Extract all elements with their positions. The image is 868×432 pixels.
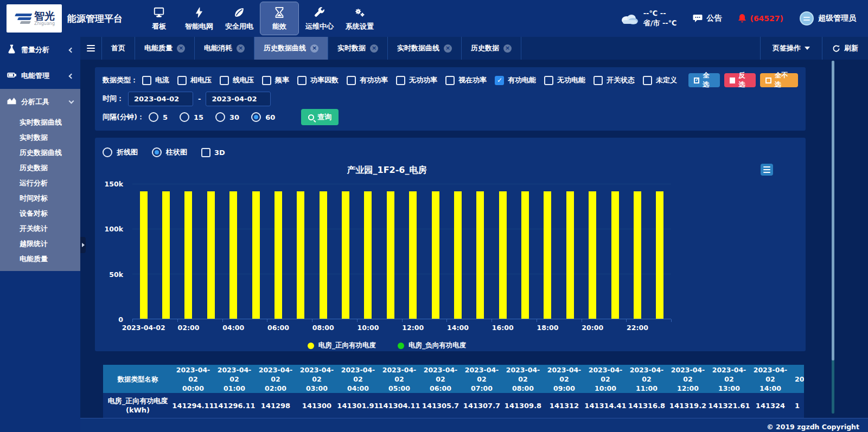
- invert-selection-button[interactable]: 反选: [724, 73, 756, 87]
- chart-toolbox-menu-icon[interactable]: [761, 164, 773, 176]
- sidebar-submenu-item[interactable]: 开关统计: [0, 221, 80, 236]
- bar-slot[interactable]: [132, 184, 155, 319]
- sidebar-submenu-item[interactable]: 历史数据: [0, 160, 80, 176]
- date-to-input[interactable]: [206, 92, 271, 106]
- tab[interactable]: 首页 ×: [102, 37, 135, 60]
- tab-close-icon[interactable]: ×: [370, 44, 378, 53]
- datatype-checkbox[interactable]: 开关状态: [593, 75, 635, 85]
- nav-item[interactable]: 智能电网: [180, 2, 219, 35]
- datatype-checkbox[interactable]: 相电压: [177, 75, 212, 85]
- tab[interactable]: 实时数据 ×: [328, 37, 388, 60]
- bar-slot[interactable]: [357, 184, 379, 319]
- logo: 智光 Zhiguang: [7, 4, 62, 33]
- datatype-checkbox[interactable]: 线电压: [220, 75, 254, 85]
- y-tick-label: 150k: [105, 180, 123, 188]
- query-button[interactable]: 查询: [301, 109, 339, 125]
- nav-item[interactable]: 系统设置: [340, 2, 379, 35]
- bar-slot[interactable]: [222, 184, 245, 319]
- bar-slot[interactable]: [402, 184, 424, 319]
- nav-item[interactable]: 能效: [260, 2, 299, 35]
- legend-item-positive[interactable]: 电房_正向有功电度: [308, 341, 376, 350]
- bar-slot[interactable]: [514, 184, 536, 319]
- bar-slot[interactable]: [492, 184, 514, 319]
- sidebar-submenu-item[interactable]: 越限统计: [0, 236, 80, 252]
- bar-slot[interactable]: [604, 184, 626, 319]
- tab[interactable]: 电能质量 ×: [135, 37, 195, 60]
- checkbox-label: 线电压: [233, 75, 254, 85]
- tab-close-icon[interactable]: ×: [444, 44, 452, 53]
- nav-item[interactable]: 看板: [139, 2, 178, 35]
- 3d-checkbox[interactable]: 3D: [201, 148, 225, 157]
- bar-slot[interactable]: [245, 184, 267, 319]
- announcement-button[interactable]: 公告: [693, 14, 722, 23]
- sidebar-submenu-item[interactable]: 实时数据曲线: [0, 115, 80, 130]
- select-none-button[interactable]: 全不选: [760, 73, 798, 87]
- nav-item[interactable]: 运维中心: [300, 2, 339, 35]
- interval-radio[interactable]: 5: [149, 112, 168, 122]
- bar-slot[interactable]: [177, 184, 200, 319]
- tab[interactable]: 实时数据曲线 ×: [388, 37, 462, 60]
- time-row: 时间： -: [103, 91, 798, 107]
- bar-slot[interactable]: [267, 184, 289, 319]
- sidebar-submenu-item[interactable]: 时间对标: [0, 191, 80, 206]
- bar-slot[interactable]: [537, 184, 559, 319]
- sidebar-submenu-item[interactable]: 历史数据曲线: [0, 145, 80, 160]
- tab-close-icon[interactable]: ×: [237, 44, 245, 53]
- bar-slot[interactable]: [334, 184, 356, 319]
- sidebar-collapse-handle[interactable]: [80, 237, 86, 253]
- bar-slot[interactable]: [469, 184, 492, 319]
- bar-slot[interactable]: [626, 184, 648, 319]
- scrollbar-thumb[interactable]: [832, 61, 834, 360]
- alerts-button[interactable]: (64527): [738, 14, 783, 23]
- bar-slot[interactable]: [312, 184, 334, 319]
- bar-slot[interactable]: [582, 184, 604, 319]
- bar-slot[interactable]: [290, 184, 312, 319]
- bar-slot[interactable]: [559, 184, 581, 319]
- line-chart-radio[interactable]: 折线图: [103, 147, 138, 157]
- user-menu[interactable]: 超级管理员: [800, 11, 856, 25]
- datatype-checkbox[interactable]: 电流: [142, 75, 169, 85]
- refresh-button[interactable]: 刷新: [822, 37, 868, 60]
- legend-item-negative[interactable]: 电房_负向有功电度: [398, 341, 466, 350]
- datatype-checkbox[interactable]: 未定义: [643, 75, 677, 85]
- sidebar-submenu-item[interactable]: 设备对标: [0, 206, 80, 221]
- tab[interactable]: 电能消耗 ×: [195, 37, 254, 60]
- nav-item[interactable]: 安全用电: [220, 2, 259, 35]
- bar-slot[interactable]: [446, 184, 469, 319]
- hamburger-menu-icon[interactable]: [80, 37, 102, 60]
- bar-slot[interactable]: [649, 184, 671, 319]
- sidebar-group-analysis-header[interactable]: 分析工具: [0, 89, 80, 115]
- vertical-scrollbar[interactable]: [832, 61, 834, 414]
- datatype-checkbox[interactable]: 视在功率: [445, 75, 487, 85]
- tab-close-icon[interactable]: ×: [503, 44, 512, 53]
- datatype-checkbox[interactable]: 无功功率: [396, 75, 437, 85]
- datatype-checkbox[interactable]: 有功功率: [347, 75, 388, 85]
- tab[interactable]: 历史数据曲线 ×: [254, 37, 328, 60]
- bar-slot[interactable]: [424, 184, 446, 319]
- tab[interactable]: 历史数据 ×: [462, 37, 521, 60]
- tab-operations-button[interactable]: 页签操作: [760, 37, 822, 60]
- datatype-checkbox[interactable]: 功率因数: [297, 75, 339, 85]
- interval-radio[interactable]: 30: [215, 112, 239, 122]
- sidebar-group-energy[interactable]: 电能管理: [0, 63, 80, 89]
- sidebar-submenu-item[interactable]: 电能质量: [0, 252, 80, 267]
- date-from-input[interactable]: [128, 92, 193, 106]
- interval-radio[interactable]: 15: [180, 112, 203, 122]
- interval-radio[interactable]: 60: [251, 112, 275, 122]
- datatype-checkbox[interactable]: 无功电能: [544, 75, 585, 85]
- datatype-checkbox[interactable]: 有功电能: [495, 75, 536, 85]
- sidebar-group-demand[interactable]: 需量分析: [0, 37, 80, 63]
- sidebar-submenu-item[interactable]: 运行分析: [0, 176, 80, 191]
- select-all-button[interactable]: 全选: [688, 73, 720, 87]
- bar-chart-radio[interactable]: 柱状图: [152, 147, 187, 157]
- bar-slot[interactable]: [379, 184, 401, 319]
- datatype-checkbox[interactable]: 频率: [262, 75, 289, 85]
- bar-slot[interactable]: [200, 184, 222, 319]
- tab-close-icon[interactable]: ×: [310, 44, 318, 53]
- tab-close-icon[interactable]: ×: [177, 44, 185, 53]
- sidebar-submenu-item[interactable]: 实时数据: [0, 130, 80, 145]
- bar-slot[interactable]: [155, 184, 177, 319]
- nav-item-label: 运维中心: [305, 22, 334, 31]
- weather-city: 省/市 --℃: [643, 18, 677, 28]
- legend-label: 电房_负向有功电度: [409, 341, 466, 350]
